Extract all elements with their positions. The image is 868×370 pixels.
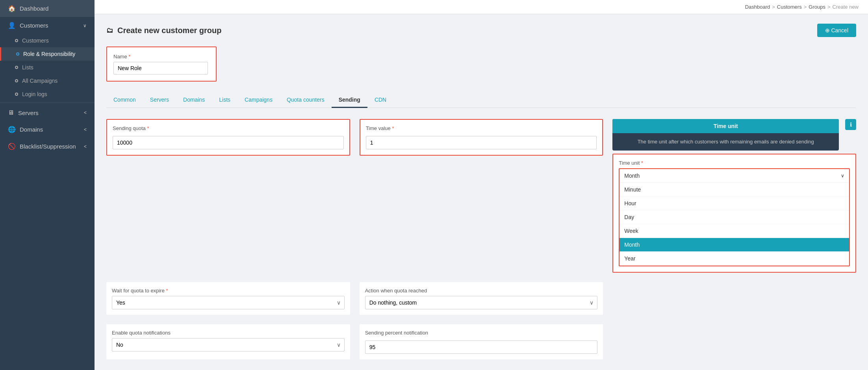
tab-domains[interactable]: Domains: [176, 93, 212, 108]
sending-quota-input[interactable]: [113, 136, 344, 149]
page-title-icon: 🗂: [106, 26, 113, 35]
time-unit-label: Time unit *: [619, 160, 850, 166]
time-unit-option-hour[interactable]: Hour: [619, 197, 849, 210]
time-unit-option-year[interactable]: Year: [619, 252, 849, 266]
time-unit-tooltip: Time unit The time unit after which cust…: [612, 119, 839, 151]
sending-quota-label: Sending quota *: [113, 125, 344, 131]
form-row2: Wait for quota to expire * Yes No ∨ A: [106, 282, 856, 315]
time-unit-required: *: [641, 160, 643, 166]
time-unit-option-day[interactable]: Day: [619, 210, 849, 224]
time-unit-chevron-icon: ∨: [841, 173, 844, 178]
sidebar-item-dashboard[interactable]: 🏠 Dashboard: [0, 0, 95, 17]
action-quota-select[interactable]: Do nothing, custom Block sending Notify …: [365, 296, 598, 309]
sidebar-sub-role-label: Role & Responsibility: [23, 51, 75, 57]
time-unit-option-month[interactable]: Month: [619, 238, 849, 252]
action-quota-field: Action when quota reached Do nothing, cu…: [360, 282, 603, 315]
dot-icon: [15, 39, 18, 42]
sidebar-item-role-responsibility[interactable]: Role & Responsibility: [0, 47, 95, 61]
time-unit-selected-value: Month: [624, 173, 640, 179]
servers-arrow-icon: <: [84, 110, 87, 115]
tab-quota-counters[interactable]: Quota counters: [280, 93, 332, 108]
tab-sending[interactable]: Sending: [332, 93, 367, 108]
time-unit-option-minute[interactable]: Minute: [619, 183, 849, 197]
tab-servers[interactable]: Servers: [143, 93, 176, 108]
empty-col-3: [612, 324, 856, 359]
wait-for-quota-required: *: [166, 288, 168, 294]
time-unit-tooltip-body: The time unit after which customers with…: [612, 133, 839, 151]
sidebar-item-all-campaigns[interactable]: All Campaigns: [0, 74, 95, 87]
dot-campaigns-icon: [15, 79, 18, 82]
empty-col: [612, 282, 856, 315]
time-unit-option-week[interactable]: Week: [619, 224, 849, 238]
breadcrumb-sep-1: >: [772, 4, 775, 10]
page-title: Create new customer group: [117, 26, 222, 35]
tab-campaigns[interactable]: Campaigns: [237, 93, 280, 108]
name-input[interactable]: [113, 62, 208, 74]
dot-loginlogs-icon: [15, 93, 18, 96]
tab-common[interactable]: Common: [106, 93, 143, 108]
sidebar-item-lists[interactable]: Lists: [0, 61, 95, 74]
sidebar-item-servers[interactable]: 🖥 Servers <: [0, 104, 95, 121]
top-bar: Dashboard > Customers > Groups > Create …: [95, 0, 868, 14]
wait-for-quota-select[interactable]: Yes No: [112, 296, 345, 309]
time-value-input[interactable]: [366, 136, 597, 149]
breadcrumb-sep-2: >: [804, 4, 807, 10]
tab-lists[interactable]: Lists: [212, 93, 237, 108]
sidebar-item-blacklist[interactable]: 🚫 Blacklist/Suppression <: [0, 138, 95, 155]
sending-content: Sending quota * Time value *: [106, 119, 856, 359]
sidebar-sub-customers-label: Customers: [22, 37, 49, 44]
customers-icon: 👤: [8, 22, 16, 29]
servers-icon: 🖥: [8, 109, 14, 116]
sending-form-grid: Sending quota * Time value *: [106, 119, 856, 273]
sidebar-sub-loginlogs-label: Login logs: [22, 91, 47, 97]
sidebar-item-login-logs[interactable]: Login logs: [0, 87, 95, 101]
blacklist-icon: 🚫: [8, 143, 16, 150]
time-value-label: Time value *: [366, 125, 597, 131]
tabs-bar: Common Servers Domains Lists Campaigns Q…: [106, 93, 856, 108]
time-unit-field-box: Time unit * Month ∨ Minute Hour Day Week: [612, 154, 856, 273]
breadcrumb-dashboard[interactable]: Dashboard: [745, 4, 770, 10]
breadcrumb-sep-3: >: [827, 4, 831, 10]
sending-percent-notification-field: Sending percent notification: [360, 324, 603, 359]
wait-for-quota-field: Wait for quota to expire * Yes No ∨: [106, 282, 350, 315]
name-required-indicator: *: [128, 54, 130, 59]
sidebar-item-blacklist-label: Blacklist/Suppression: [20, 143, 76, 150]
time-unit-dropdown: Month ∨ Minute Hour Day Week Month Year: [619, 168, 850, 266]
domains-icon: 🌐: [8, 126, 16, 133]
breadcrumb-groups[interactable]: Groups: [809, 4, 825, 10]
form-row3: Enable quota notifications No Yes ∨ Send…: [106, 324, 856, 359]
sidebar-item-customers-sub[interactable]: Customers: [0, 34, 95, 47]
sidebar-sub-lists-label: Lists: [22, 64, 33, 71]
sidebar-item-domains[interactable]: 🌐 Domains <: [0, 121, 95, 138]
tab-cdn[interactable]: CDN: [367, 93, 393, 108]
time-unit-section: Time unit The time unit after which cust…: [612, 119, 856, 273]
sidebar-item-customers-label: Customers: [20, 22, 48, 29]
main-content: Dashboard > Customers > Groups > Create …: [95, 0, 868, 370]
sidebar-sub-campaigns-label: All Campaigns: [22, 78, 57, 84]
dot-lists-icon: [15, 66, 18, 69]
action-quota-wrapper: Do nothing, custom Block sending Notify …: [365, 296, 598, 309]
dot-active-icon: [16, 52, 19, 56]
sending-percent-notification-label: Sending percent notification: [365, 330, 598, 336]
sending-quota-required: *: [147, 125, 149, 131]
wait-for-quota-wrapper: Yes No ∨: [112, 296, 345, 309]
time-value-field: Time value *: [360, 119, 603, 156]
enable-quota-notifications-label: Enable quota notifications: [112, 330, 345, 336]
enable-quota-notifications-field: Enable quota notifications No Yes ∨: [106, 324, 350, 359]
sidebar-item-dashboard-label: Dashboard: [20, 5, 48, 12]
time-unit-info-button[interactable]: ℹ: [845, 119, 856, 130]
blacklist-arrow-icon: <: [84, 144, 87, 149]
sending-percent-notification-input[interactable]: [365, 340, 598, 354]
time-unit-dropdown-header[interactable]: Month ∨: [619, 169, 849, 183]
name-section: Name *: [106, 46, 217, 82]
sidebar-item-customers[interactable]: 👤 Customers ∨: [0, 17, 95, 34]
cancel-button[interactable]: ⊕ Cancel: [817, 24, 856, 37]
domains-arrow-icon: <: [84, 127, 87, 132]
enable-quota-notifications-select[interactable]: No Yes: [112, 338, 345, 351]
breadcrumb-customers[interactable]: Customers: [777, 4, 802, 10]
page-title-row: 🗂 Create new customer group: [106, 26, 222, 35]
name-field-label: Name *: [113, 54, 210, 59]
sidebar: 🏠 Dashboard 👤 Customers ∨ Customers Role…: [0, 0, 95, 370]
enable-quota-notifications-wrapper: No Yes ∨: [112, 338, 345, 351]
sidebar-item-servers-label: Servers: [18, 110, 39, 116]
